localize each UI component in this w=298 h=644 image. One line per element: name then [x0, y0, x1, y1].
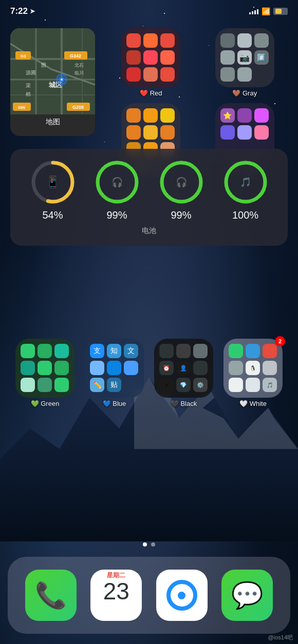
calendar-date: 23	[103, 579, 129, 603]
airpods-r-percent: 99%	[171, 209, 191, 221]
phone-percent: 54%	[42, 209, 63, 221]
battery-airpods-r: 🎧 99%	[158, 159, 204, 221]
white-folder-label: 🤍 White	[239, 400, 267, 407]
bottom-folders-row: 💚 Green 支 知 文 ✏️ 贴 💙 Blue	[10, 339, 288, 407]
gray-folder-item: 📷 #️⃣ 🤎 Gray	[202, 28, 288, 97]
dock-app3[interactable]	[156, 570, 208, 621]
battery-status-icon	[273, 8, 288, 15]
status-bar: 7:22 ➤ 📶	[0, 0, 298, 23]
battery-widget-label: 电池	[21, 226, 277, 236]
white-folder[interactable]: 🐧 🎵	[224, 339, 283, 398]
gray-folder[interactable]: 📷 #️⃣	[215, 28, 274, 87]
blue-folder-item: 支 知 文 ✏️ 贴 💙 Blue	[85, 339, 144, 407]
time-display: 7:22	[10, 6, 28, 16]
white-folder-badge: 2	[275, 336, 285, 346]
red-folder-label: ❤️ Red	[140, 89, 162, 97]
page-dot-2[interactable]	[151, 542, 155, 547]
svg-point-26	[61, 79, 63, 81]
white-folder-item: 🐧 🎵 2 🤍 White	[224, 339, 283, 407]
airpods-l-percent: 99%	[106, 209, 127, 221]
black-folder[interactable]: ⏰ 👤 ♪ 💎 ⚙️	[154, 339, 213, 398]
dock-messages[interactable]: 💬	[221, 570, 273, 621]
blue-folder-label: 💙 Blue	[103, 400, 126, 407]
blue-circle-icon	[166, 580, 197, 611]
gray-folder-label: 🤎 Gray	[232, 89, 257, 97]
black-folder-item: ⏰ 👤 ♪ 💎 ⚙️ 🖤 Black	[154, 339, 213, 407]
location-arrow-icon: ➤	[30, 8, 35, 15]
battery-airpods-l: 🎧 99%	[94, 159, 140, 221]
svg-text:北石: 北石	[74, 63, 84, 68]
dock: 📞 星期二 23 💬	[8, 557, 290, 634]
battery-airpods-r-circle: 🎧	[158, 159, 204, 205]
content-layer: 7:22 ➤ 📶	[0, 0, 298, 644]
dock-phone[interactable]: 📞	[25, 570, 77, 621]
svg-text:G3: G3	[21, 54, 26, 58]
svg-text:临川: 临川	[74, 70, 84, 75]
status-time: 7:22 ➤	[10, 6, 35, 16]
page-dots	[0, 542, 298, 547]
signal-icon	[249, 8, 258, 14]
map-label: 地图	[10, 114, 95, 130]
map-display: G342 G3 G208 S86 源圃 囲 城区 渠 棉 北石 临川	[10, 28, 95, 114]
battery-airpods-l-circle: 🎧	[94, 159, 140, 205]
status-icons: 📶	[249, 7, 288, 15]
green-folder-label: 💚 Green	[31, 400, 60, 407]
airpod-l-icon: 🎧	[111, 177, 123, 188]
case-percent: 100%	[232, 209, 258, 221]
airpod-r-icon: 🎧	[176, 177, 187, 188]
battery-widget: 📱 54% 🎧 99%	[10, 149, 288, 246]
blue-folder[interactable]: 支 知 文 ✏️ 贴	[85, 339, 144, 398]
wifi-icon: 📶	[262, 7, 270, 15]
svg-text:G208: G208	[72, 105, 84, 110]
battery-case: 🎵 100%	[222, 159, 269, 221]
green-folder[interactable]	[15, 339, 74, 398]
svg-text:囲: 囲	[41, 62, 46, 68]
black-folder-label: 🖤 Black	[171, 400, 197, 407]
battery-phone: 📱 54%	[30, 159, 76, 221]
svg-text:S86: S86	[18, 105, 26, 110]
battery-circles: 📱 54% 🎧 99%	[21, 159, 277, 221]
green-folder-item: 💚 Green	[15, 339, 74, 407]
phone-device-icon: 📱	[46, 175, 60, 189]
red-folder[interactable]	[121, 28, 180, 87]
red-folder-item: ❤️ Red	[108, 28, 194, 97]
svg-text:源圃: 源圃	[26, 70, 36, 75]
battery-case-circle: 🎵	[222, 159, 269, 205]
page-dot-1[interactable]	[143, 542, 147, 547]
svg-text:渠: 渠	[26, 83, 31, 88]
case-icon: 🎵	[240, 177, 251, 188]
messages-icon: 💬	[231, 580, 263, 610]
map-widget[interactable]: G342 G3 G208 S86 源圃 囲 城区 渠 棉 北石 临川	[10, 28, 95, 136]
svg-text:棉: 棉	[26, 91, 31, 97]
svg-text:G342: G342	[70, 53, 81, 58]
watermark: @ios14吧	[268, 634, 293, 641]
white-folder-wrapper: 🐧 🎵 2	[224, 339, 283, 398]
battery-phone-circle: 📱	[30, 159, 76, 205]
dock-calendar[interactable]: 星期二 23	[90, 570, 142, 621]
phone-icon: 📞	[35, 580, 67, 610]
